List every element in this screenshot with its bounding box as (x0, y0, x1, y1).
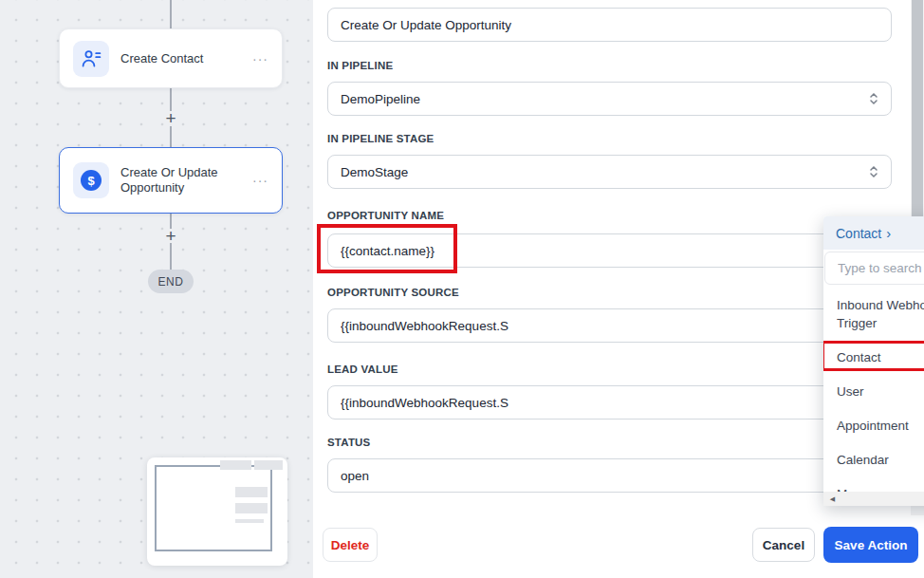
menu-item-contact[interactable]: Contact › (823, 340, 924, 374)
end-node: END (148, 270, 194, 293)
pipeline-select-value: DemoPipeline (341, 92, 420, 106)
picker-search-input[interactable] (824, 252, 924, 285)
canvas-minimap[interactable] (147, 457, 287, 566)
status-label: STATUS (327, 437, 371, 448)
connector-line (170, 0, 172, 28)
lead-value-label: LEAD VALUE (327, 364, 398, 375)
save-action-button[interactable]: Save Action (823, 527, 918, 563)
category-list-hscrollbar[interactable]: ◀ ▶ (823, 492, 924, 506)
status-input[interactable] (327, 458, 892, 493)
menu-item-appointment[interactable]: Appointment › (823, 408, 924, 442)
opportunity-dollar-icon: $ (73, 162, 109, 198)
horizontal-scrollbars: ◀ ▶ ◀ ▶ (823, 492, 924, 506)
add-step-button[interactable]: + (161, 109, 180, 128)
in-pipeline-label: IN PIPELINE (327, 60, 393, 71)
popup-breadcrumb[interactable]: Contact› (836, 225, 891, 241)
minimap-bar (235, 487, 268, 497)
action-settings-panel: IN PIPELINE DemoPipeline IN PIPELINE STA… (313, 0, 924, 578)
menu-item-calendar[interactable]: Calendar › (823, 442, 924, 476)
connector-line (170, 243, 172, 270)
picker-category-list: Inbound Webhook Trigger › Contact › User… (823, 288, 924, 492)
connector-line (170, 126, 172, 147)
opportunity-name-label: OPPORTUNITY NAME (327, 210, 444, 221)
node-create-or-update-opportunity[interactable]: $ Create Or Update Opportunity ··· (59, 147, 283, 214)
workflow-builder-screen: Create Contact ··· + $ Create Or Update … (0, 0, 924, 578)
lead-value-input[interactable] (327, 385, 892, 420)
node-label: Create Contact (120, 51, 241, 66)
opportunity-name-input[interactable] (327, 233, 892, 268)
node-menu-icon[interactable]: ··· (252, 173, 268, 188)
delete-button[interactable]: Delete (323, 528, 378, 562)
chevron-updown-icon (869, 165, 878, 178)
contact-icon (73, 41, 109, 77)
popup-header: Contact› × (823, 216, 924, 250)
opportunity-source-input[interactable] (327, 308, 892, 343)
minimap-bar (254, 460, 283, 470)
minimap-bar (235, 519, 264, 523)
workflow-canvas[interactable]: Create Contact ··· + $ Create Or Update … (0, 0, 313, 578)
opportunity-source-label: OPPORTUNITY SOURCE (327, 287, 459, 298)
chevron-right-icon: › (886, 225, 891, 241)
chevron-updown-icon (869, 92, 878, 105)
custom-value-picker-popup: Contact› × Inbound Webhook Trigger › Con… (823, 216, 924, 506)
picker-lists: Inbound Webhook Trigger › Contact › User… (823, 288, 924, 492)
action-name-input[interactable] (327, 8, 892, 42)
node-label: Create Or Update Opportunity (120, 165, 241, 196)
cancel-button[interactable]: Cancel (752, 528, 815, 562)
menu-item-user[interactable]: User › (823, 374, 924, 408)
minimap-bar (220, 460, 251, 470)
add-step-button[interactable]: + (161, 227, 180, 246)
minimap-bar (235, 503, 268, 513)
pipeline-select[interactable]: DemoPipeline (327, 82, 892, 116)
node-menu-icon[interactable]: ··· (252, 51, 268, 66)
node-create-contact[interactable]: Create Contact ··· (59, 28, 283, 88)
scroll-left-icon[interactable]: ◀ (825, 492, 840, 506)
menu-item-message[interactable]: Message › (823, 476, 924, 492)
pipeline-stage-select[interactable]: DemoStage (327, 155, 892, 189)
in-pipeline-stage-label: IN PIPELINE STAGE (327, 133, 434, 144)
menu-item-inbound-webhook-trigger[interactable]: Inbound Webhook Trigger › (823, 288, 924, 340)
pipeline-stage-select-value: DemoStage (341, 165, 408, 179)
